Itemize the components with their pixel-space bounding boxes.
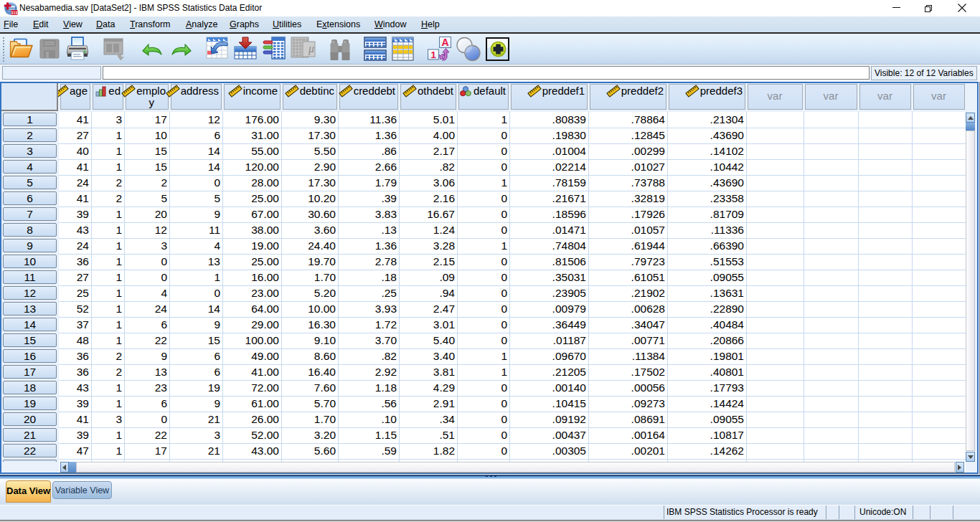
svg-text:A: A [441, 37, 448, 48]
svg-text:1: 1 [430, 49, 435, 60]
svg-text:μ: μ [308, 42, 314, 55]
